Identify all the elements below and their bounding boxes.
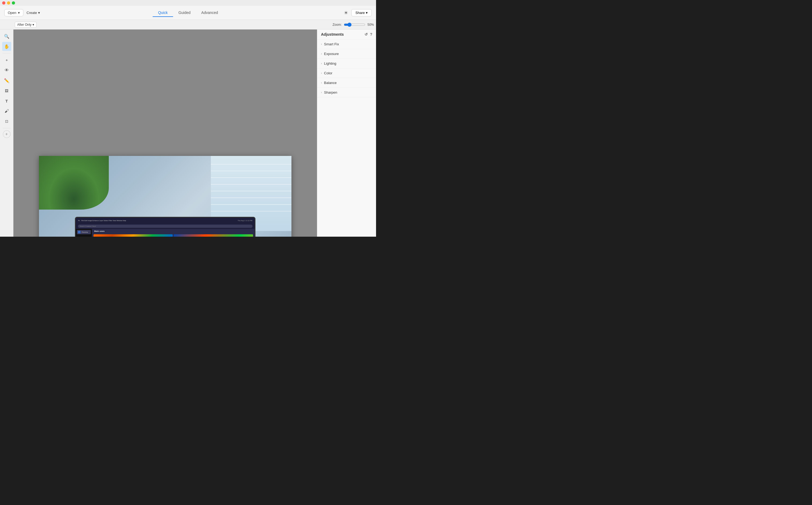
adjustment-balance[interactable]: › Balance — [317, 78, 376, 88]
tab-guided[interactable]: Guided — [173, 9, 196, 17]
lighting-label: Lighting — [324, 61, 336, 65]
blind-line — [211, 197, 292, 198]
add-tool-button[interactable]: + — [3, 130, 10, 138]
plus-icon: + — [5, 132, 8, 137]
open-button[interactable]: Open ▾ — [4, 9, 23, 16]
ps-left-sidebar: Photoshop Adobe Photoshop is a digital i… — [76, 229, 92, 237]
ps-frog-thumbnail — [173, 234, 253, 237]
adjustment-smart-fix[interactable]: › Smart Fix — [317, 39, 376, 49]
ps-time: Thu Aug 1 11:12 PM — [238, 220, 252, 221]
sharpen-label: Sharpen — [324, 91, 337, 95]
adjustment-lighting[interactable]: › Lighting — [317, 59, 376, 68]
close-button[interactable] — [2, 1, 5, 5]
ps-description: Adobe Photoshop is a digital image editi… — [77, 236, 91, 237]
view-mode-chevron-icon: ▾ — [32, 23, 34, 27]
tiger-image — [94, 234, 173, 237]
balance-label: Balance — [324, 81, 337, 85]
color-chevron-icon: › — [321, 72, 322, 74]
canvas-window: After × — [39, 156, 292, 237]
zoom-slider[interactable] — [344, 22, 365, 27]
ps-tiger-thumbnail — [94, 234, 173, 237]
stamp-icon: 🖼 — [5, 89, 8, 93]
canvas-area: After × — [13, 29, 317, 237]
smart-fix-label: Smart Fix — [324, 42, 339, 46]
brightness-icon[interactable]: ☀ — [344, 10, 348, 16]
share-button[interactable]: Share ▾ — [351, 9, 372, 16]
ps-sidebar-items: Photoshop — [76, 229, 92, 235]
view-mode-select[interactable]: After Only ▾ — [15, 22, 36, 28]
text-icon: T — [5, 99, 8, 103]
blind-line — [211, 164, 292, 164]
ps-main-content: Main uses — [92, 229, 254, 237]
panel-icons: ↺ ? — [364, 32, 372, 36]
center-column: After × — [13, 29, 317, 237]
share-label: Share — [355, 11, 365, 15]
lasso-icon: ⌖ — [6, 58, 8, 62]
reset-icon[interactable]: ↺ — [364, 32, 368, 36]
tool-move[interactable]: ✋ — [2, 42, 11, 51]
lighting-chevron-icon: › — [321, 62, 322, 65]
share-chevron-icon: ▾ — [366, 11, 368, 15]
create-label: Create — [27, 11, 37, 15]
adjustment-sharpen[interactable]: › Sharpen — [317, 88, 376, 98]
tool-lasso[interactable]: ⌖ — [2, 55, 11, 65]
ps-content: Photoshop Adobe Photoshop is a digital i… — [76, 229, 254, 237]
tab-quick[interactable]: Quick — [152, 9, 173, 17]
ps-icon — [78, 231, 81, 233]
blind-line — [211, 177, 292, 178]
ps-search-area: Search Creative Cloud — [76, 223, 254, 229]
panel-header: Adjustments ↺ ? — [317, 29, 376, 39]
sharpen-chevron-icon: › — [321, 91, 322, 94]
create-button[interactable]: Create ▾ — [23, 9, 43, 16]
tool-stamp[interactable]: 🖼 — [2, 86, 11, 95]
tool-paint[interactable]: 🖌 — [2, 107, 11, 116]
blind-line — [211, 184, 292, 185]
color-label: Color — [324, 71, 332, 75]
titlebar — [0, 0, 376, 6]
tool-text[interactable]: T — [2, 96, 11, 106]
blind-line — [211, 211, 292, 211]
zoom-value: 50% — [367, 23, 374, 27]
open-label: Open — [8, 11, 16, 15]
laptop-screen: Ps File Edit Image Enhance Layer Select … — [75, 217, 255, 237]
blind-line — [211, 171, 292, 171]
eye-icon: 👁 — [5, 68, 9, 73]
exposure-label: Exposure — [324, 52, 339, 56]
adjustment-exposure[interactable]: › Exposure — [317, 49, 376, 59]
brush-icon: ✏️ — [4, 78, 9, 83]
left-toolbar: 🔍 ✋ ⌖ 👁 ✏️ 🖼 T 🖌 ⊡ + — [0, 29, 13, 237]
frog-image — [173, 234, 253, 237]
paint-icon: 🖌 — [5, 109, 9, 114]
blind-line — [211, 204, 292, 205]
ps-search-bar: Search Creative Cloud — [78, 224, 252, 228]
balance-chevron-icon: › — [321, 81, 322, 84]
app-header: Open ▾ Create ▾ Quick Guided Advanced ☀ … — [0, 6, 376, 20]
tool-zoom[interactable]: 🔍 — [2, 32, 11, 41]
help-icon[interactable]: ? — [370, 32, 372, 36]
search-placeholder: Search Creative Cloud — [80, 225, 96, 227]
crop-icon: ⊡ — [5, 119, 8, 124]
zoom-icon: 🔍 — [4, 34, 9, 39]
ps-main-title: Main uses — [92, 229, 254, 233]
panel-title: Adjustments — [321, 32, 344, 36]
exposure-chevron-icon: › — [321, 52, 322, 55]
secondary-toolbar: After Only ▾ Zoom: 50% — [0, 20, 376, 29]
smart-fix-chevron-icon: › — [321, 43, 322, 46]
adjustment-color[interactable]: › Color — [317, 68, 376, 78]
adjustments-panel: Adjustments ↺ ? › Smart Fix › Exposure ›… — [317, 29, 376, 237]
header-right: ☀ Share ▾ — [344, 9, 372, 16]
view-mode-label: After Only — [17, 23, 31, 27]
laptop-screen-inner: Ps File Edit Image Enhance Layer Select … — [76, 218, 254, 237]
main-layout: 🔍 ✋ ⌖ 👁 ✏️ 🖼 T 🖌 ⊡ + — [0, 29, 376, 237]
tool-crop[interactable]: ⊡ — [2, 117, 11, 126]
zoom-label: Zoom: — [333, 23, 342, 27]
tool-divider-2 — [3, 128, 11, 128]
laptop-image: Ps File Edit Image Enhance Layer Select … — [39, 156, 292, 237]
tab-advanced[interactable]: Advanced — [196, 9, 223, 17]
maximize-button[interactable] — [12, 1, 15, 5]
tool-brush[interactable]: ✏️ — [2, 76, 11, 85]
create-chevron-icon: ▾ — [38, 11, 40, 15]
tool-eye[interactable]: 👁 — [2, 66, 11, 75]
minimize-button[interactable] — [7, 1, 10, 5]
laptop-body: Ps File Edit Image Enhance Layer Select … — [59, 217, 271, 237]
